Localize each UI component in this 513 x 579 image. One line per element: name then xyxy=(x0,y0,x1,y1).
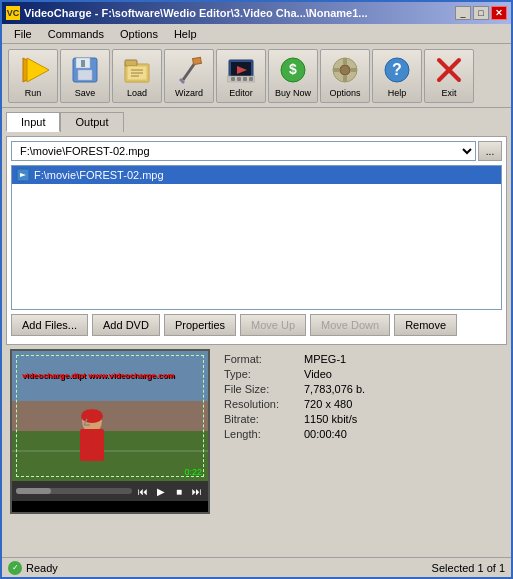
forward-button[interactable]: ⏭ xyxy=(190,486,204,497)
options-icon xyxy=(329,54,361,86)
svg-rect-4 xyxy=(78,70,92,80)
file-path-row: F:\movie\FOREST-02.mpg ... xyxy=(11,141,502,161)
svg-rect-30 xyxy=(351,68,357,72)
load-label: Load xyxy=(127,88,147,98)
tab-input[interactable]: Input xyxy=(6,112,60,132)
run-button[interactable]: Run xyxy=(8,49,58,103)
move-up-button[interactable]: Move Up xyxy=(240,314,306,336)
title-bar-buttons: _ □ ✕ xyxy=(455,6,507,20)
buy-now-label: Buy Now xyxy=(275,88,311,98)
video-overlay-text: videocharge.dipt www.videocharge.com xyxy=(22,371,175,381)
video-controls: ⏮ ▶ ■ ⏭ xyxy=(12,481,208,501)
title-bar-left: VC VideoCharge - F:\software\Wedio Edito… xyxy=(6,6,368,20)
options-label: Options xyxy=(329,88,360,98)
close-button[interactable]: ✕ xyxy=(491,6,507,20)
type-value: Video xyxy=(304,368,332,380)
stop-button[interactable]: ■ xyxy=(172,486,186,497)
rewind-button[interactable]: ⏮ xyxy=(136,486,150,497)
file-size-label: File Size: xyxy=(224,383,304,395)
tab-bar: Input Output xyxy=(6,112,507,132)
menu-options[interactable]: Options xyxy=(112,26,166,42)
menu-help[interactable]: Help xyxy=(166,26,205,42)
svg-rect-21 xyxy=(243,77,247,81)
exit-button[interactable]: Exit xyxy=(424,49,474,103)
file-list-item-name: F:\movie\FOREST-02.mpg xyxy=(34,169,164,181)
minimize-button[interactable]: _ xyxy=(455,6,471,20)
add-files-button[interactable]: Add Files... xyxy=(11,314,88,336)
help-button[interactable]: ? Help xyxy=(372,49,422,103)
svg-rect-13 xyxy=(193,57,202,64)
properties-button[interactable]: Properties xyxy=(164,314,236,336)
move-down-button[interactable]: Move Down xyxy=(310,314,390,336)
title-bar: VC VideoCharge - F:\software\Wedio Edito… xyxy=(2,2,511,24)
file-list-item[interactable]: F:\movie\FOREST-02.mpg xyxy=(12,166,501,184)
play-button[interactable]: ▶ xyxy=(154,486,168,497)
menu-commands[interactable]: Commands xyxy=(40,26,112,42)
app-icon: VC xyxy=(6,6,20,20)
info-row-type: Type: Video xyxy=(224,368,495,380)
remove-button[interactable]: Remove xyxy=(394,314,457,336)
browse-button[interactable]: ... xyxy=(478,141,502,161)
action-buttons-row: Add Files... Add DVD Properties Move Up … xyxy=(11,314,502,336)
title-bar-text: VideoCharge - F:\software\Wedio Editor\3… xyxy=(24,7,368,19)
run-label: Run xyxy=(25,88,42,98)
info-row-format: Format: MPEG-1 xyxy=(224,353,495,365)
load-icon xyxy=(121,54,153,86)
editor-button[interactable]: Editor xyxy=(216,49,266,103)
exit-icon xyxy=(433,54,465,86)
run-icon xyxy=(17,54,49,86)
file-icon xyxy=(16,168,30,182)
svg-rect-7 xyxy=(125,60,137,66)
menu-file[interactable]: File xyxy=(6,26,40,42)
svg-rect-19 xyxy=(231,77,235,81)
video-frame: videocharge.dipt www.videocharge.com 0:2… xyxy=(12,351,208,481)
selection-count: Selected 1 of 1 xyxy=(432,562,505,574)
main-content: Input Output F:\movie\FOREST-02.mpg ... xyxy=(2,108,511,557)
format-label: Format: xyxy=(224,353,304,365)
input-panel: F:\movie\FOREST-02.mpg ... F:\movie\FORE… xyxy=(6,136,507,345)
svg-point-26 xyxy=(340,65,350,75)
progress-bar[interactable] xyxy=(16,488,132,494)
bitrate-value: 1150 kbit/s xyxy=(304,413,357,425)
resolution-label: Resolution: xyxy=(224,398,304,410)
wizard-icon xyxy=(173,54,205,86)
status-icon: ✓ xyxy=(8,561,22,575)
length-label: Length: xyxy=(224,428,304,440)
svg-rect-20 xyxy=(237,77,241,81)
svg-rect-22 xyxy=(249,77,253,81)
file-size-value: 7,783,076 b. xyxy=(304,383,365,395)
file-path-select[interactable]: F:\movie\FOREST-02.mpg xyxy=(11,141,476,161)
maximize-button[interactable]: □ xyxy=(473,6,489,20)
svg-rect-29 xyxy=(333,68,339,72)
svg-rect-27 xyxy=(343,58,347,64)
video-preview: videocharge.dipt www.videocharge.com 0:2… xyxy=(10,349,210,514)
wizard-button[interactable]: Wizard xyxy=(164,49,214,103)
editor-label: Editor xyxy=(229,88,253,98)
progress-fill xyxy=(16,488,51,494)
info-row-resolution: Resolution: 720 x 480 xyxy=(224,398,495,410)
options-button[interactable]: Options xyxy=(320,49,370,103)
file-list[interactable]: F:\movie\FOREST-02.mpg xyxy=(11,165,502,310)
info-row-file-size: File Size: 7,783,076 b. xyxy=(224,383,495,395)
status-left: ✓ Ready xyxy=(8,561,58,575)
add-dvd-button[interactable]: Add DVD xyxy=(92,314,160,336)
menu-bar: File Commands Options Help xyxy=(2,24,511,44)
resolution-value: 720 x 480 xyxy=(304,398,352,410)
svg-text:?: ? xyxy=(392,61,402,78)
svg-marker-1 xyxy=(27,58,49,82)
help-icon: ? xyxy=(381,54,413,86)
toolbar: Run Save xyxy=(2,44,511,108)
info-row-length: Length: 00:00:40 xyxy=(224,428,495,440)
load-button[interactable]: Load xyxy=(112,49,162,103)
app-window: VC VideoCharge - F:\software\Wedio Edito… xyxy=(0,0,513,579)
buy-now-icon: $ xyxy=(277,54,309,86)
bitrate-label: Bitrate: xyxy=(224,413,304,425)
help-label: Help xyxy=(388,88,407,98)
buy-now-button[interactable]: $ Buy Now xyxy=(268,49,318,103)
save-icon xyxy=(69,54,101,86)
svg-text:$: $ xyxy=(289,61,297,77)
save-button[interactable]: Save xyxy=(60,49,110,103)
type-label: Type: xyxy=(224,368,304,380)
tab-output[interactable]: Output xyxy=(60,112,123,132)
info-row-bitrate: Bitrate: 1150 kbit/s xyxy=(224,413,495,425)
